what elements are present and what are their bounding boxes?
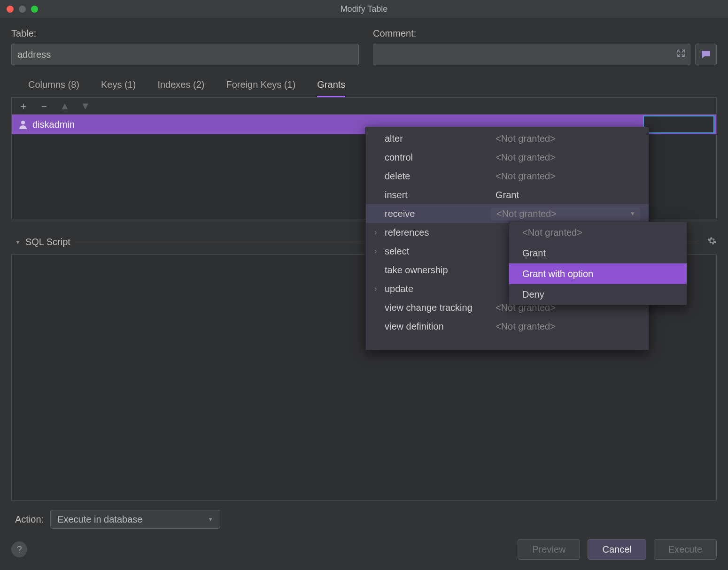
tab-keys[interactable]: Keys (1) bbox=[101, 79, 136, 97]
preview-button[interactable]: Preview bbox=[518, 539, 580, 560]
tab-columns[interactable]: Columns (8) bbox=[28, 79, 79, 97]
chevron-down-icon: ▼ bbox=[630, 210, 635, 217]
dropdown-option-grant-with-option[interactable]: Grant with option bbox=[509, 263, 687, 284]
expand-arrow[interactable]: › bbox=[374, 285, 385, 293]
tab-indexes[interactable]: Indexes (2) bbox=[157, 79, 204, 97]
table-field-group: Table: address bbox=[11, 28, 359, 65]
perm-name: select bbox=[385, 246, 496, 257]
comment-input[interactable] bbox=[373, 44, 690, 65]
table-name-value: address bbox=[17, 49, 51, 60]
dropdown-option-grant[interactable]: Grant bbox=[509, 243, 687, 263]
action-selected-value: Execute in database bbox=[57, 514, 142, 525]
perm-row-delete[interactable]: delete <Not granted> bbox=[366, 167, 649, 185]
tab-grants[interactable]: Grants bbox=[317, 79, 345, 97]
expand-icon[interactable] bbox=[677, 49, 685, 60]
action-label: Action: bbox=[15, 514, 44, 525]
comment-label: Comment: bbox=[373, 28, 717, 39]
user-icon bbox=[18, 120, 28, 129]
perm-row-alter[interactable]: alter <Not granted> bbox=[366, 129, 649, 148]
grantee-edit-cell[interactable] bbox=[643, 116, 714, 133]
move-up-icon[interactable]: ▲ bbox=[60, 101, 70, 111]
tab-bar: Columns (8) Keys (1) Indexes (2) Foreign… bbox=[0, 69, 728, 97]
perm-status-value: <Not granted> bbox=[496, 208, 557, 219]
grant-status-dropdown: <Not granted> Grant Grant with option De… bbox=[509, 222, 687, 305]
perm-name: view definition bbox=[385, 321, 496, 332]
move-down-icon[interactable]: ▼ bbox=[80, 101, 91, 111]
expand-arrow[interactable]: › bbox=[374, 247, 385, 255]
table-name-input[interactable]: address bbox=[11, 44, 359, 65]
help-button[interactable]: ? bbox=[11, 541, 27, 557]
svg-point-0 bbox=[21, 121, 25, 124]
expand-arrow[interactable]: › bbox=[374, 228, 385, 237]
cancel-button[interactable]: Cancel bbox=[588, 539, 646, 560]
perm-name: view change tracking bbox=[385, 302, 496, 313]
gear-icon[interactable] bbox=[707, 236, 717, 248]
perm-name: update bbox=[385, 284, 496, 294]
window-title: Modify Table bbox=[0, 4, 728, 14]
dropdown-option-deny[interactable]: Deny bbox=[509, 284, 687, 305]
grants-toolbar: ＋ － ▲ ▼ bbox=[11, 97, 717, 114]
action-row: Action: Execute in database ▼ bbox=[0, 501, 728, 529]
comment-field-group: Comment: bbox=[373, 28, 717, 65]
perm-name: take ownership bbox=[385, 265, 496, 276]
perm-row-control[interactable]: control <Not granted> bbox=[366, 148, 649, 167]
perm-status[interactable]: <Not granted> bbox=[496, 152, 640, 163]
comment-dialog-button[interactable] bbox=[695, 44, 717, 65]
perm-status-select[interactable]: <Not granted> ▼ bbox=[491, 208, 640, 220]
perm-name: insert bbox=[385, 190, 496, 200]
perm-name: receive bbox=[385, 208, 496, 219]
action-select[interactable]: Execute in database ▼ bbox=[50, 510, 220, 529]
bottom-button-row: ? Preview Cancel Execute bbox=[11, 539, 717, 560]
remove-icon[interactable]: － bbox=[39, 101, 49, 111]
perm-name: references bbox=[385, 227, 496, 238]
perm-name: alter bbox=[385, 133, 496, 144]
add-icon[interactable]: ＋ bbox=[18, 101, 29, 111]
collapse-icon[interactable]: ▼ bbox=[15, 239, 21, 246]
table-label: Table: bbox=[11, 28, 359, 39]
form-area: Table: address Comment: bbox=[0, 18, 728, 69]
chevron-down-icon: ▼ bbox=[208, 516, 213, 523]
perm-row-receive[interactable]: receive <Not granted> ▼ bbox=[366, 204, 649, 223]
sql-script-label: SQL Script bbox=[25, 237, 70, 247]
perm-name: control bbox=[385, 152, 496, 163]
perm-row-view-definition[interactable]: view definition <Not granted> bbox=[366, 317, 649, 336]
perm-status[interactable]: Grant bbox=[496, 190, 640, 200]
perm-row-insert[interactable]: insert Grant bbox=[366, 185, 649, 204]
perm-status[interactable]: <Not granted> bbox=[496, 321, 640, 332]
title-bar: Modify Table bbox=[0, 0, 728, 18]
dropdown-option-not-granted[interactable]: <Not granted> bbox=[509, 222, 687, 243]
perm-status[interactable]: <Not granted> bbox=[496, 133, 640, 144]
perm-name: delete bbox=[385, 171, 496, 182]
perm-status[interactable]: <Not granted> bbox=[496, 171, 640, 182]
tab-foreign-keys[interactable]: Foreign Keys (1) bbox=[226, 79, 295, 97]
execute-button[interactable]: Execute bbox=[654, 539, 717, 560]
grant-permissions-popup: alter <Not granted> control <Not granted… bbox=[365, 127, 649, 350]
grantee-name: diskadmin bbox=[32, 119, 75, 130]
